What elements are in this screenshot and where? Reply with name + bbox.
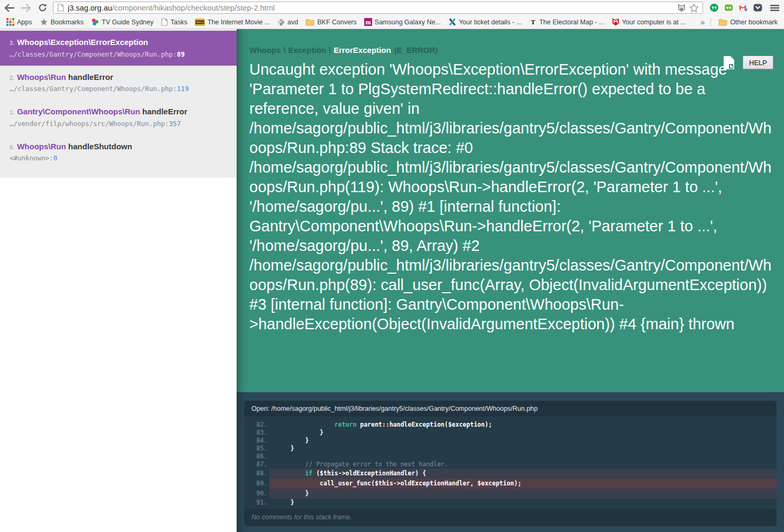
frame-class: Whoops\Run: [17, 142, 66, 151]
comments-placeholder: No comments for this stack frame.: [244, 509, 777, 526]
code-line: 82. return parent::handleException($exce…: [244, 421, 777, 429]
bookmark-label: Tasks: [170, 19, 187, 26]
bookmark-item[interactable]: IMDbThe Internet Movie ...: [191, 17, 274, 28]
mcafee-gray-icon[interactable]: [678, 4, 686, 12]
line-code: // Propagate error to the next handler.: [269, 461, 777, 468]
bookmark-label: Your computer is at ...: [622, 19, 686, 26]
bookmark-item[interactable]: mSamsung Galaxy Ne...: [361, 16, 445, 28]
frame-file-path: …/classes/Gantry/Component/Whoops/Run.ph…: [10, 50, 227, 58]
browser-toolbar: j3.sag.org.au/component/hikashop/checkou…: [0, 0, 784, 15]
forward-button[interactable]: [20, 2, 32, 14]
code-line: 83. }: [244, 429, 777, 437]
bookmark-item[interactable]: Apps: [3, 16, 36, 28]
line-number: 86.: [244, 453, 269, 461]
line-code: [269, 453, 777, 461]
tv-guide-icon: [91, 18, 99, 26]
file-path: /home/sagorg/public_html/j3/libraries/ga…: [272, 405, 538, 412]
hangouts-icon[interactable]: [709, 3, 719, 13]
stack-frame[interactable]: 3.Whoops\Exception\ErrorException…/class…: [0, 31, 237, 66]
bookmark-item[interactable]: BKF Convers: [302, 17, 360, 28]
back-arrow-icon: [4, 4, 15, 12]
whoops-error-page: 3.Whoops\Exception\ErrorException…/class…: [0, 29, 784, 532]
stack-frames-sidebar: 3.Whoops\Exception\ErrorException…/class…: [0, 29, 237, 532]
bookmarks-overflow-chevron[interactable]: »: [696, 17, 709, 26]
line-code: call_user_func($this->oldExceptionHandle…: [269, 479, 777, 489]
breadcrumb: Whoops\Exception\ErrorException(E_ERROR): [249, 46, 772, 55]
open-file-path[interactable]: Open: /home/sagorg/public_html/j3/librar…: [244, 401, 777, 417]
bookmark-item[interactable]: Bookmarks: [36, 16, 88, 28]
bookmark-label: avd: [287, 19, 298, 26]
green-robot-icon[interactable]: [724, 3, 733, 12]
frame-title: 1.Gantry\Component\Whoops\Run handleErro…: [10, 106, 227, 117]
bookmark-item[interactable]: TV Guide Sydney: [87, 16, 157, 28]
bookmark-item[interactable]: Your ticket details - ...: [445, 16, 526, 28]
frame-line-number: 119: [177, 85, 189, 93]
code-line: 91. }: [244, 499, 777, 507]
bookmark-label: Your ticket details - ...: [459, 19, 522, 26]
line-number: 90.: [244, 489, 269, 499]
breadcrumb-part: Whoops: [249, 46, 281, 55]
open-label: Open:: [251, 405, 269, 412]
stack-frame[interactable]: 2.Whoops\Run handleError…/classes/Gantry…: [0, 66, 237, 101]
reload-button[interactable]: [37, 2, 48, 14]
url-path: /component/hikashop/checkout/step/step-2…: [112, 4, 275, 12]
exception-message: Uncaught exception 'Whoops\Exception\Err…: [249, 60, 773, 334]
bookmarks-bar: AppsBookmarksTV Guide SydneyTasksIMDbThe…: [0, 15, 784, 29]
line-code: }: [269, 429, 777, 437]
help-button[interactable]: HELP: [743, 56, 773, 69]
breadcrumb-separator: \: [329, 46, 331, 55]
frame-index: 1.: [10, 109, 14, 115]
frame-class: Whoops\Exception\ErrorException: [17, 38, 148, 47]
bookmark-item[interactable]: TThe Electoral Map - ...: [526, 16, 608, 28]
frame-title: 3.Whoops\Exception\ErrorException: [10, 37, 227, 48]
line-number: 83.: [244, 429, 269, 437]
page-icon: [161, 18, 168, 26]
error-detail-panel: Whoops\Exception\ErrorException(E_ERROR)…: [237, 29, 784, 532]
code-line: 88. if ($this->oldExceptionHandler) {: [244, 468, 777, 479]
line-number: 88.: [244, 468, 269, 479]
bookmark-label: Samsung Galaxy Ne...: [375, 19, 441, 26]
url-host: j3.sag.org.au: [68, 4, 112, 12]
stack-frame[interactable]: 1.Gantry\Component\Whoops\Run handleErro…: [0, 100, 237, 135]
frame-title: 0.Whoops\Run handleShutdown: [10, 141, 227, 152]
bookmark-label: Bookmarks: [51, 19, 84, 26]
pocket-icon[interactable]: [753, 3, 762, 12]
frame-class: Whoops\Run: [17, 73, 66, 82]
copy-exception-icon[interactable]: [723, 56, 735, 70]
svg-text:T: T: [530, 18, 535, 26]
omnibox[interactable]: j3.sag.org.au/component/hikashop/checkou…: [53, 2, 703, 14]
bookmark-item[interactable]: Your computer is at ...: [608, 16, 690, 28]
other-bookmarks-button[interactable]: Other bookmark: [715, 17, 781, 28]
frame-title: 2.Whoops\Run handleError: [10, 72, 227, 83]
svg-text:IMDb: IMDb: [196, 21, 204, 24]
stack-frame[interactable]: 0.Whoops\Run handleShutdown<#unknown>:0: [0, 135, 237, 170]
bookmarks-list: AppsBookmarksTV Guide SydneyTasksIMDbThe…: [3, 16, 690, 28]
frame-class: Gantry\Component\Whoops\Run: [17, 107, 140, 116]
frame-method: handleError: [66, 73, 113, 82]
bookmark-label: The Electoral Map - ...: [539, 19, 605, 26]
bookmark-item[interactable]: avd: [274, 17, 302, 28]
code-viewer: Open: /home/sagorg/public_html/j3/librar…: [244, 401, 777, 526]
extension-icons: [708, 3, 764, 13]
bookmark-item[interactable]: Tasks: [157, 16, 191, 28]
folder-icon: [718, 19, 727, 26]
frame-index: 2.: [10, 75, 14, 81]
frame-file: …/classes/Gantry/Component/Whoops/Run.ph…: [10, 85, 177, 93]
forward-arrow-icon: [21, 4, 31, 12]
code-lines: 82. return parent::handleException($exce…: [244, 417, 777, 509]
code-line: 85. }: [244, 445, 777, 453]
back-button[interactable]: [4, 2, 15, 14]
apps-grid-icon: [6, 18, 14, 26]
line-code: }: [269, 499, 777, 507]
samsung-m-icon: m: [364, 18, 372, 26]
imdb-icon: IMDb: [195, 19, 205, 26]
frame-method: handleError: [140, 107, 187, 116]
gmail-icon[interactable]: [738, 4, 748, 12]
star-outline-icon[interactable]: [689, 3, 699, 13]
line-code: }: [269, 445, 777, 453]
frame-line-number: 0: [53, 154, 58, 162]
line-code: return parent::handleException($exceptio…: [269, 421, 777, 429]
line-number: 82.: [244, 421, 269, 429]
menu-button[interactable]: [769, 2, 780, 14]
bookmark-label: BKF Convers: [317, 19, 356, 26]
